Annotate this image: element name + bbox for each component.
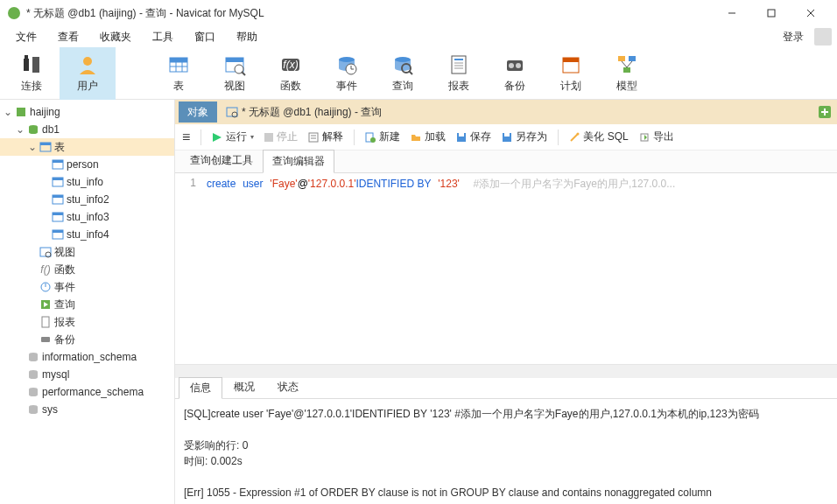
tab-info[interactable]: 信息 [179,377,222,399]
subtab-editor[interactable]: 查询编辑器 [263,150,334,173]
tree-db-label: db1 [42,123,60,136]
table-name: stu_info [67,176,103,188]
connection-tree[interactable]: ⌄ haijing ⌄ db1 ⌄ 表 person stu_info stu_… [0,100,175,504]
query-icon [226,106,238,118]
table-name: stu_info2 [67,193,109,206]
message-line: 受影响的行: 0 [184,438,828,453]
new-button[interactable]: 新建 [365,130,400,144]
svg-rect-79 [264,133,273,142]
saveas-button[interactable]: 另存为 [502,130,547,144]
save-button[interactable]: 保存 [456,130,491,144]
menu-favorites[interactable]: 收藏夹 [89,28,142,46]
menu-tools[interactable]: 工具 [142,28,184,46]
function-icon: f() [39,262,53,276]
message-line: 时间: 0.002s [184,453,828,469]
tree-queries[interactable]: 查询 [0,296,174,313]
load-label: 加载 [425,130,446,144]
maximize-button[interactable] [751,0,791,26]
chevron-down-icon[interactable]: ⌄ [26,141,39,153]
minimize-button[interactable] [712,0,751,26]
svg-marker-92 [644,135,647,140]
tab-profile[interactable]: 概况 [222,376,266,398]
tb-schedule-label: 计划 [560,79,581,94]
svg-rect-5 [24,59,29,71]
tree-views[interactable]: 视图 [0,243,174,261]
explain-button[interactable]: 解释 [308,130,343,144]
wand-icon [569,132,580,143]
export-button[interactable]: 导出 [639,130,674,144]
tree-functions[interactable]: f()函数 [0,261,174,278]
tb-event[interactable]: 事件 [319,47,375,100]
tree-db-item[interactable]: mysql [0,366,174,383]
svg-point-9 [83,57,92,66]
sql-editor[interactable]: 1 create user 'Faye'@'127.0.0.1'IDENTIFI… [175,173,837,364]
tb-view[interactable]: 视图 [207,47,263,100]
tree-connection[interactable]: ⌄ haijing [0,103,174,121]
tree-table-item[interactable]: stu_info2 [0,191,174,208]
tree-tables-group[interactable]: ⌄ 表 [0,138,174,156]
tb-schedule[interactable]: 计划 [543,47,599,100]
tb-model[interactable]: 模型 [599,47,655,100]
tb-report[interactable]: 报表 [431,47,487,100]
tb-backup[interactable]: 备份 [487,47,543,100]
query-subtabs: 查询创建工具 查询编辑器 [175,150,837,173]
menu-window[interactable]: 窗口 [184,28,226,46]
tab-add-button[interactable] [818,105,837,119]
menu-file[interactable]: 文件 [5,28,47,46]
sql-keyword: user [243,178,263,190]
tree-db-item[interactable]: performance_schema [0,383,174,401]
tree-db[interactable]: ⌄ db1 [0,121,174,138]
tree-table-item[interactable]: stu_info [0,173,174,191]
sql-keyword: IDENTIFIED BY [355,178,431,190]
menu-view[interactable]: 查看 [47,28,89,46]
database-icon [26,385,40,399]
database-icon [26,122,40,136]
tree-table-item[interactable]: person [0,156,174,173]
tb-backup-label: 备份 [504,79,525,94]
table-group-icon [39,140,53,154]
tree-backups[interactable]: 备份 [0,331,174,348]
saveas-icon [502,132,512,143]
tree-table-item[interactable]: stu_info4 [0,226,174,243]
sql-string: '123' [438,178,460,190]
tab-status[interactable]: 状态 [266,376,310,398]
avatar-icon[interactable] [814,28,832,46]
subtab-builder[interactable]: 查询创建工具 [180,149,263,172]
run-button[interactable]: 运行▾ [212,130,254,144]
table-name: stu_info3 [67,211,109,223]
content-area: 对象 * 无标题 @db1 (haijing) - 查询 ≡ 运行▾ 停止 解释… [175,100,837,504]
tree-reports[interactable]: 报表 [0,313,174,331]
login-button[interactable]: 登录 [776,28,811,46]
tb-user-label: 用户 [77,79,98,94]
menu-bar: 文件 查看 收藏夹 工具 窗口 帮助 登录 [0,26,837,47]
tree-table-item[interactable]: stu_info3 [0,208,174,226]
chevron-down-icon[interactable]: ⌄ [2,106,14,118]
tab-objects[interactable]: 对象 [179,102,217,122]
menu-help[interactable]: 帮助 [226,28,268,46]
svg-point-36 [516,63,521,68]
report-icon [39,315,53,329]
stop-button[interactable]: 停止 [264,130,298,144]
close-button[interactable] [791,0,830,26]
beautify-button[interactable]: 美化 SQL [569,130,628,144]
stop-icon [264,133,273,142]
tree-db-item[interactable]: sys [0,401,174,418]
tb-function[interactable]: f(x) 函数 [263,47,319,100]
message-panel[interactable]: [SQL]create user 'Faye'@'127.0.0.1'IDENT… [175,399,837,504]
tree-db-item[interactable]: information_schema [0,348,174,366]
tb-query[interactable]: 查询 [375,47,431,100]
tree-events[interactable]: 事件 [0,278,174,296]
tb-connect[interactable]: 连接 [4,47,60,100]
code-area[interactable]: create user 'Faye'@'127.0.0.1'IDENTIFIED… [201,173,837,364]
hamburger-button[interactable]: ≡ [182,130,190,145]
tb-user[interactable]: 用户 [60,47,116,100]
tb-view-label: 视图 [224,79,245,94]
svg-point-90 [577,132,580,135]
tab-query[interactable]: * 无标题 @db1 (haijing) - 查询 [217,102,390,122]
load-button[interactable]: 加载 [411,130,446,144]
folder-icon [411,132,421,143]
chevron-down-icon[interactable]: ⌄ [14,123,26,136]
tree-reports-label: 报表 [54,315,75,330]
tb-table[interactable]: 表 [151,47,207,100]
tree-queries-label: 查询 [54,298,75,312]
